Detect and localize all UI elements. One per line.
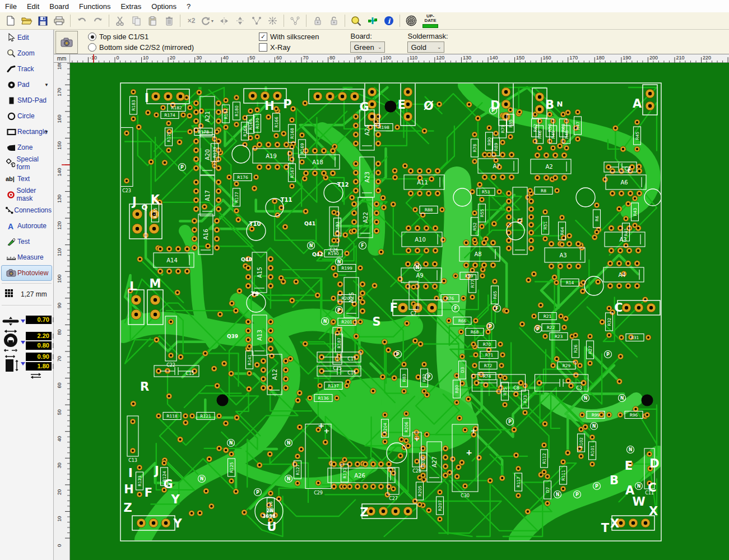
measure-icon — [5, 254, 17, 261]
mask-icon — [5, 191, 17, 199]
sidebar-item-autoroute[interactable]: AAutoroute — [1, 218, 52, 234]
menu-options[interactable]: Options — [146, 1, 182, 12]
menu-board[interactable]: Board — [44, 1, 74, 12]
svg-text:90: 90 — [356, 55, 362, 61]
svg-text:N: N — [557, 100, 563, 108]
print-button[interactable] — [52, 13, 67, 29]
lock-button[interactable] — [310, 13, 325, 29]
menu-file[interactable]: File — [0, 1, 22, 12]
update-button[interactable]: UP-DATE — [420, 13, 440, 29]
sidebar-item-label: Text — [17, 175, 30, 183]
svg-text:10: 10 — [143, 55, 148, 61]
chevron-down-icon[interactable]: ▼ — [44, 129, 49, 135]
sidebar-item-zoom[interactable]: Zoom — [1, 45, 52, 61]
svg-text:20: 20 — [170, 55, 175, 61]
svg-text:R117: R117 — [516, 476, 521, 488]
flip-horizontal-button[interactable] — [216, 13, 231, 29]
menu-functions[interactable]: Functions — [74, 1, 115, 12]
board-color-label: Board: — [350, 32, 385, 40]
toolbar-separator — [306, 15, 307, 27]
grid-setting[interactable]: 1,27 mm — [0, 286, 53, 303]
checkbox-with-silkscreen[interactable]: ✓ With silkscreen — [259, 33, 319, 41]
sidebar-item-solder-mask[interactable]: Solder mask — [1, 187, 52, 202]
radio-top-side[interactable]: Top side C1/S1 — [88, 33, 194, 41]
flip-vertical-button[interactable] — [233, 13, 248, 29]
svg-text:A24: A24 — [364, 124, 370, 136]
delete-button[interactable] — [161, 13, 177, 29]
cut-button[interactable] — [113, 13, 128, 29]
sidebar-item-rectangle[interactable]: Rectangle▼ — [1, 124, 52, 140]
redo-button[interactable] — [90, 13, 105, 29]
track-width-field[interactable]: 0.70 — [26, 316, 52, 324]
sidebar-item-track[interactable]: Track — [1, 61, 52, 77]
smd-width-field[interactable]: 0.90 — [26, 353, 52, 361]
photoview-zoom-button[interactable] — [349, 13, 364, 29]
copy-button[interactable] — [129, 13, 144, 29]
smd-height-field[interactable]: 1.80 — [26, 362, 52, 371]
soldermask-color-select[interactable]: Gold ⌄ — [407, 41, 444, 53]
save-button[interactable] — [35, 13, 50, 29]
pad-drill-field[interactable]: 0.80 — [26, 341, 52, 350]
ratsnest-button[interactable] — [403, 13, 419, 29]
sidebar-item-pad[interactable]: Pad▼ — [1, 77, 52, 92]
shrink-button[interactable] — [265, 13, 280, 29]
footprint-button[interactable] — [365, 13, 380, 29]
board-color-select[interactable]: Green ⌄ — [350, 41, 385, 53]
sidebar-item-special-form[interactable]: Special form — [1, 155, 52, 171]
grid-icon — [4, 289, 16, 300]
svg-text:C15: C15 — [185, 371, 194, 376]
pad-outer-field[interactable]: 2.20 — [26, 332, 52, 340]
svg-text:R141: R141 — [247, 354, 252, 365]
chevron-down-icon[interactable]: ▼ — [44, 82, 49, 87]
svg-text:R6: R6 — [595, 216, 600, 221]
svg-text:J: J — [154, 464, 159, 478]
sidebar-item-label: SMD-Pad — [17, 96, 47, 104]
group-button[interactable] — [287, 13, 303, 29]
track-width-dropdown[interactable] — [21, 320, 25, 323]
smd-size-dropdown[interactable] — [21, 362, 25, 365]
svg-text:H: H — [124, 483, 134, 496]
sidebar-item-smd-pad[interactable]: SMD-Pad — [1, 92, 52, 108]
ruler-unit-label: mm — [54, 54, 70, 63]
sidebar-item-zone[interactable]: Zone — [1, 140, 52, 155]
sidebar-item-connections[interactable]: Connections — [1, 202, 52, 218]
sidebar-item-edit[interactable]: Edit — [1, 30, 52, 45]
svg-text:Q: Q — [141, 203, 147, 211]
sidebar-item-circle[interactable]: Circle — [1, 108, 52, 124]
checkbox-xray[interactable]: X-Ray — [259, 43, 319, 52]
menu-edit[interactable]: Edit — [22, 1, 44, 12]
svg-text:R59: R59 — [465, 274, 473, 279]
svg-text:A22: A22 — [363, 212, 369, 223]
menu-extras[interactable]: Extras — [115, 1, 146, 12]
undo-button[interactable] — [74, 13, 89, 29]
svg-text:R66: R66 — [458, 318, 467, 323]
swap-values-icon[interactable] — [29, 372, 43, 379]
sidebar-item-test[interactable]: Test — [1, 234, 52, 249]
paste-button[interactable] — [145, 13, 160, 29]
svg-text:S: S — [372, 315, 380, 328]
camera-panel[interactable] — [55, 31, 78, 54]
unlock-button[interactable] — [326, 13, 341, 29]
open-button[interactable] — [19, 13, 34, 29]
radio-bottom-side[interactable]: Bottom side C2/S2 (mirrored) — [88, 43, 194, 52]
svg-text:50: 50 — [57, 409, 62, 415]
svg-text:R89: R89 — [494, 142, 499, 151]
svg-text:R182: R182 — [171, 105, 182, 110]
svg-text:R178: R178 — [198, 129, 209, 135]
svg-text:B: B — [545, 98, 554, 112]
rotate-button[interactable]: ▼ — [200, 13, 215, 29]
duplicate-x2-button[interactable]: ×2 — [184, 13, 199, 29]
sidebar-item-measure[interactable]: Measure — [1, 249, 52, 265]
svg-text:M: M — [150, 277, 161, 290]
sidebar-item-photoview[interactable]: Photoview — [1, 265, 52, 281]
pcb-canvas[interactable]: A21A20A17A16A15A14A13A12A22A23A24A25A26A… — [70, 63, 729, 560]
main-toolbar: ×2▼iUP-DATE — [0, 12, 729, 30]
chevron-down-icon: ⌄ — [378, 44, 382, 50]
info-button[interactable]: i — [381, 13, 396, 29]
menu-[interactable]: ? — [182, 1, 196, 12]
pad-size-dropdown[interactable] — [21, 341, 25, 344]
new-file-button[interactable] — [3, 13, 18, 29]
sidebar-item-text[interactable]: ab|Text — [1, 171, 52, 187]
align-button[interactable] — [249, 13, 264, 29]
rotate-dropdown-icon[interactable]: ▼ — [211, 19, 215, 23]
